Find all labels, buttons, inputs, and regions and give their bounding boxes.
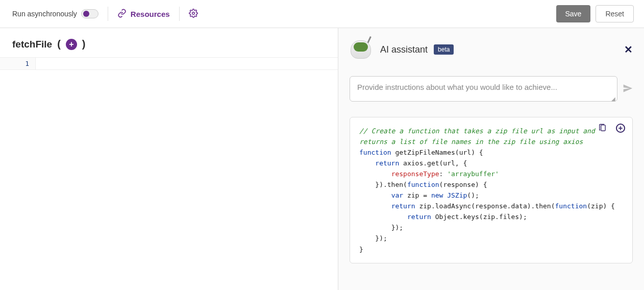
assistant-panel: AI assistant beta ✕ Provide instructions… bbox=[338, 28, 644, 290]
beta-badge: beta bbox=[434, 44, 454, 55]
save-button[interactable]: Save bbox=[556, 5, 591, 22]
main-area: fetchFile ( + ) 1 AI assistant beta ✕ bbox=[0, 28, 644, 290]
async-label: Run asynchronously bbox=[12, 10, 77, 18]
editor-pane: fetchFile ( + ) 1 bbox=[0, 28, 338, 290]
close-icon[interactable]: ✕ bbox=[624, 43, 633, 56]
resources-button[interactable]: Resources bbox=[108, 6, 179, 21]
assistant-avatar-icon bbox=[350, 37, 374, 62]
top-toolbar: Run asynchronously Resources Save Reset bbox=[0, 0, 644, 28]
svg-point-0 bbox=[192, 12, 194, 14]
prompt-input[interactable]: Provide instructions about what you woul… bbox=[350, 76, 617, 102]
link-icon bbox=[117, 9, 127, 19]
close-paren: ) bbox=[82, 38, 86, 50]
toolbar-right: Save Reset bbox=[556, 5, 634, 22]
async-toggle[interactable] bbox=[81, 9, 98, 18]
toggle-knob bbox=[83, 11, 89, 17]
card-actions: + bbox=[598, 124, 625, 135]
toolbar-left: Run asynchronously Resources bbox=[10, 6, 556, 21]
svg-rect-1 bbox=[601, 125, 606, 131]
resources-label: Resources bbox=[131, 10, 170, 18]
prompt-placeholder: Provide instructions about what you woul… bbox=[357, 83, 557, 91]
insert-icon[interactable]: + bbox=[616, 124, 625, 133]
add-param-button[interactable]: + bbox=[66, 39, 77, 50]
code-body[interactable] bbox=[36, 58, 338, 69]
resize-handle-icon[interactable]: ◢ bbox=[611, 98, 615, 100]
suggested-code: // Create a function that takes a zip fi… bbox=[359, 126, 623, 255]
line-gutter: 1 bbox=[0, 58, 36, 69]
function-name: fetchFile bbox=[12, 39, 52, 50]
copy-icon[interactable] bbox=[598, 124, 607, 135]
function-signature: fetchFile ( + ) bbox=[0, 28, 338, 57]
assistant-title: AI assistant bbox=[380, 44, 428, 55]
code-suggestion-card: + // Create a function that takes a zip … bbox=[350, 117, 633, 263]
settings-button[interactable] bbox=[180, 6, 207, 21]
prompt-row: Provide instructions about what you woul… bbox=[338, 67, 644, 107]
reset-button[interactable]: Reset bbox=[596, 5, 634, 22]
send-icon[interactable] bbox=[623, 76, 633, 95]
open-paren: ( bbox=[57, 38, 61, 50]
gear-icon bbox=[189, 9, 198, 19]
code-editor[interactable]: 1 bbox=[0, 57, 338, 70]
assistant-header: AI assistant beta ✕ bbox=[338, 28, 644, 67]
line-number: 1 bbox=[0, 60, 29, 67]
async-toggle-group: Run asynchronously bbox=[10, 6, 108, 21]
